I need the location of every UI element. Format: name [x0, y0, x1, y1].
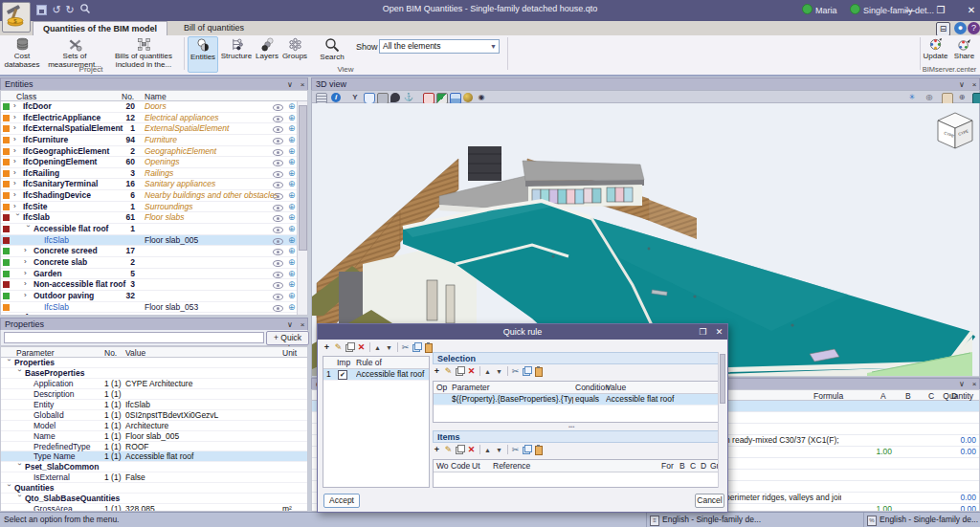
- quick-rule-button[interactable]: + Quick rule: [266, 331, 309, 345]
- property-row[interactable]: GrossArea1 (1)328.085m²: [1, 504, 307, 512]
- undo-icon[interactable]: ↺: [50, 3, 63, 16]
- expand-icon[interactable]: ›: [13, 202, 21, 211]
- expand-icon[interactable]: ›: [13, 113, 21, 122]
- property-row[interactable]: ›Qto_SlabBaseQuantities: [1, 494, 307, 504]
- visibility-eye-icon[interactable]: [273, 215, 283, 222]
- property-row[interactable]: Entity1 (1)IfcSlab: [1, 400, 307, 410]
- axes-icon[interactable]: Y: [350, 93, 360, 102]
- copy-icon[interactable]: [523, 366, 531, 376]
- visibility-eye-icon[interactable]: [273, 294, 283, 300]
- move-up-icon[interactable]: ▲: [483, 445, 492, 454]
- duplicate-icon[interactable]: [345, 342, 354, 352]
- expand-icon[interactable]: ›: [24, 246, 32, 255]
- property-row[interactable]: PredefinedType1 (1)ROOF: [1, 442, 307, 452]
- entity-class-label[interactable]: Outdoor paving: [33, 291, 94, 301]
- copy-icon[interactable]: [412, 342, 421, 352]
- copy-icon[interactable]: [523, 445, 531, 454]
- visibility-eye-icon[interactable]: [273, 260, 283, 267]
- add-icon[interactable]: +: [433, 366, 441, 376]
- property-row[interactable]: ›Pset_SlabCommon: [1, 462, 307, 472]
- locate-target-icon[interactable]: ⊕: [288, 291, 296, 301]
- expand-icon[interactable]: ›: [13, 101, 21, 111]
- paste-icon[interactable]: [534, 366, 543, 376]
- expand-icon[interactable]: ›: [13, 190, 21, 200]
- collapse-icon[interactable]: ›: [23, 225, 33, 232]
- entity-class-label[interactable]: IfcFurniture: [23, 135, 68, 145]
- locate-target-icon[interactable]: ⊕: [288, 135, 296, 145]
- duplicate-icon[interactable]: [456, 445, 464, 454]
- status-segment-2[interactable]: % English - Single-family de...: [863, 513, 980, 527]
- entity-row[interactable]: ›IfcRailing3Railings⊕: [1, 168, 307, 180]
- property-row[interactable]: Application1 (1)CYPE Architecture: [1, 379, 307, 389]
- quick-search-icon[interactable]: [78, 3, 92, 16]
- visibility-eye-icon[interactable]: [273, 116, 283, 122]
- visibility-eye-icon[interactable]: [273, 205, 283, 211]
- rule-row[interactable]: 1✔Accessible flat roof: [323, 369, 429, 381]
- visibility-eye-icon[interactable]: [273, 149, 283, 156]
- entities-scrollbar[interactable]: [297, 101, 307, 315]
- cut-icon[interactable]: ✂: [511, 366, 520, 376]
- locate-target-icon[interactable]: ⊕: [288, 212, 296, 223]
- selection-row[interactable]: $({Property}.{BaseProperties}.{Type Name…: [434, 394, 721, 406]
- move-down-icon[interactable]: ▼: [495, 445, 503, 454]
- expand-icon[interactable]: ›: [13, 157, 21, 166]
- entity-instance-link[interactable]: IfcSlab: [44, 302, 69, 313]
- locate-target-icon[interactable]: ⊕: [288, 235, 296, 246]
- info-icon[interactable]: i: [331, 93, 341, 102]
- entity-class-label[interactable]: IfcOpeningElement: [23, 157, 97, 167]
- expand-icon[interactable]: ›: [13, 168, 21, 178]
- entity-class-label[interactable]: IfcRailing: [23, 168, 59, 179]
- entity-class-label[interactable]: IfcExternalSpatialElement: [23, 123, 122, 134]
- locate-target-icon[interactable]: ⊕: [288, 157, 296, 167]
- entity-row[interactable]: ›IfcShadingDevice6Nearby buildings and o…: [1, 190, 307, 202]
- locate-target-icon[interactable]: ⊕: [288, 269, 296, 279]
- visibility-eye-icon[interactable]: [273, 249, 283, 255]
- dialog-scrollbar[interactable]: [718, 352, 724, 488]
- entity-row[interactable]: ›Outdoor paving32⊕: [1, 291, 307, 302]
- entity-class-label[interactable]: IfcSpace: [23, 313, 56, 316]
- entity-class-label[interactable]: IfcSanitaryTerminal: [23, 179, 98, 189]
- window-layout-icon[interactable]: ⊟: [936, 22, 950, 36]
- paste-icon[interactable]: [424, 342, 433, 352]
- add-icon[interactable]: +: [433, 445, 441, 454]
- duplicate-icon[interactable]: [456, 366, 464, 376]
- locate-target-icon[interactable]: ⊕: [288, 279, 296, 290]
- entity-row[interactable]: ›IfcSlab61Floor slabs⊕: [1, 212, 307, 224]
- edit-icon[interactable]: ✎: [444, 366, 453, 376]
- entity-row[interactable]: ›IfcSite1Surroundings⊕: [1, 202, 307, 213]
- property-row[interactable]: Model1 (1)Architecture: [1, 421, 307, 431]
- collapse-icon[interactable]: ›: [14, 494, 24, 502]
- collapse-icon[interactable]: ›: [4, 484, 13, 492]
- expand-icon[interactable]: ›: [13, 313, 21, 316]
- redo-icon[interactable]: ↻: [63, 3, 77, 16]
- entity-row[interactable]: ›IfcGeographicElement2GeographicElement⊕: [1, 146, 307, 158]
- close-button[interactable]: ✕: [957, 0, 980, 21]
- expand-icon[interactable]: ›: [24, 269, 32, 278]
- locate-target-icon[interactable]: ⊕: [288, 101, 296, 112]
- collapse-icon[interactable]: ›: [14, 369, 24, 377]
- visibility-icon[interactable]: ◉: [477, 93, 486, 102]
- show-elements-dropdown[interactable]: All the elements▼: [379, 39, 500, 54]
- entity-class-label[interactable]: Garden: [33, 269, 62, 279]
- locate-target-icon[interactable]: ⊕: [288, 179, 296, 189]
- expand-icon[interactable]: ›: [13, 179, 21, 188]
- orbit-icon[interactable]: [390, 93, 400, 102]
- visibility-eye-icon[interactable]: [273, 272, 283, 278]
- expand-icon[interactable]: ›: [13, 135, 21, 144]
- dialog-title-bar[interactable]: Quick rule: [318, 324, 727, 340]
- delete-icon[interactable]: ✕: [357, 342, 366, 352]
- tab-quantities-bim-model[interactable]: Quantities of the BIM model: [33, 21, 167, 36]
- locate-target-icon[interactable]: ⊕: [288, 190, 296, 201]
- entity-row[interactable]: ›Concrete slab2⊕: [1, 257, 307, 269]
- cancel-button[interactable]: Cancel: [695, 494, 724, 508]
- entity-class-label[interactable]: Accessible flat roof: [33, 224, 108, 234]
- entity-class-label[interactable]: IfcElectricAppliance: [23, 113, 100, 123]
- delete-icon[interactable]: ✕: [467, 445, 476, 454]
- dialog-close-icon[interactable]: ✕: [711, 324, 727, 340]
- entity-row[interactable]: ›Non-accessible flat roof3⊕: [1, 279, 307, 291]
- entity-row[interactable]: ›Concrete screed17⊕: [1, 246, 307, 257]
- help-icon[interactable]: ?: [968, 22, 980, 34]
- cut-icon[interactable]: ✂: [511, 445, 520, 454]
- entity-class-label[interactable]: IfcDoor: [23, 101, 52, 112]
- entity-row[interactable]: IfcSlabFloor slab_053⊕: [1, 302, 307, 314]
